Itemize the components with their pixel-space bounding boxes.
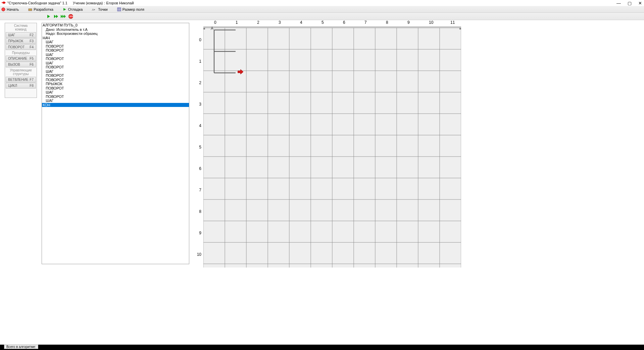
proc-button-вызов[interactable]: ВЫЗОВF6 [6, 62, 36, 67]
svg-point-0 [2, 8, 5, 11]
cmd-label: ВЕТВЛЕНИЕ [8, 78, 28, 81]
step-button[interactable] [53, 13, 59, 19]
svg-rect-1 [29, 9, 32, 11]
code-line[interactable]: ПОВОРОТ [42, 65, 189, 69]
cmd-label: ШАГ [8, 33, 15, 37]
struct-button-цикл[interactable]: ЦИКЛF8 [6, 83, 36, 89]
command-panel: Система команд ШАГF2ПРЫЖОКF3ПОВОРОТF4 Пр… [5, 23, 37, 98]
code-line[interactable]: АЛГОРИТМ ПУТЬ_0 [42, 23, 189, 27]
code-line[interactable]: ПОВОРОТ [42, 48, 189, 53]
code-line[interactable]: ШАГ [42, 61, 189, 65]
code-line[interactable]: ШАГ [42, 90, 189, 95]
play-button[interactable] [46, 13, 52, 19]
cp-header-structures: Управляющие структуры [5, 68, 37, 76]
col-label: 2 [257, 20, 259, 25]
status-label: Всего в алгоритме: [4, 345, 38, 349]
row-label: 1 [199, 59, 201, 64]
points-icon: A• [92, 7, 97, 11]
col-label: 5 [321, 20, 324, 25]
cmd-label: ЦИКЛ [8, 84, 17, 88]
cmd-key: F4 [30, 45, 34, 49]
menu-develop-label: Разработка [34, 7, 53, 11]
code-editor[interactable]: АЛГОРИТМ ПУТЬ_0 Дано: Исполнитель в т.А … [42, 23, 189, 264]
row-label: 9 [199, 231, 201, 235]
cmd-label: ПРЫЖОК [8, 39, 23, 43]
code-line[interactable]: Дано: Исполнитель в т.А [42, 27, 189, 32]
debug-icon [63, 7, 67, 11]
code-line[interactable]: ПРЫЖОК [42, 82, 189, 86]
code-line[interactable]: ШАГ [42, 53, 189, 57]
code-line[interactable]: ПОВОРОТ [42, 73, 189, 78]
cmd-key: F6 [30, 63, 34, 66]
grid-canvas[interactable]: А [203, 26, 472, 268]
code-line[interactable]: ПОВОРОТ [42, 86, 189, 91]
menu-debug[interactable]: Отладка [63, 7, 83, 11]
code-line[interactable]: ПОВОРОТ [42, 57, 189, 61]
svg-rect-6 [203, 26, 461, 28]
row-label: 6 [199, 166, 201, 171]
row-label: 4 [199, 123, 201, 128]
code-line[interactable]: ПОВОРОТ [42, 95, 189, 99]
col-label: 7 [364, 20, 367, 25]
menu-develop[interactable]: Разработка [28, 7, 53, 11]
col-label: 0 [214, 20, 216, 25]
row-label: 5 [199, 145, 201, 150]
cp-header-commands: Система команд [5, 23, 37, 32]
menu-field-size-label: Размер поля [122, 7, 144, 11]
col-label: 9 [407, 20, 410, 25]
field-panel: 01234567891011 012345678910 А [193, 20, 473, 268]
status-bar: Всего в алгоритме: [0, 345, 644, 350]
code-line[interactable]: ПОВОРОТ [42, 44, 189, 49]
menu-start[interactable]: Начать [1, 7, 19, 11]
cmd-button-шаг[interactable]: ШАГF2 [6, 32, 36, 38]
close-button[interactable]: ✕ [638, 1, 642, 6]
cmd-button-поворот[interactable]: ПОВОРОТF4 [6, 44, 36, 50]
cmd-key: F2 [30, 33, 34, 37]
develop-icon [28, 7, 32, 11]
row-label: 8 [199, 209, 201, 214]
code-line[interactable]: Надо: Воспроизвести образец [42, 32, 189, 36]
menu-field-size[interactable]: Размер поля [117, 7, 144, 11]
code-line[interactable]: НАЧ [42, 36, 189, 40]
col-label: 1 [236, 20, 238, 25]
cmd-key: F3 [30, 39, 34, 43]
app-title: "Стрелочка-Свободная задача" 1.1 [7, 1, 67, 5]
col-label: 10 [429, 20, 433, 25]
cmd-label: ПОВОРОТ [8, 45, 24, 49]
code-line[interactable]: КОН [42, 103, 189, 107]
struct-button-ветвление[interactable]: ВЕТВЛЕНИЕF7 [6, 77, 36, 82]
col-label: 3 [279, 20, 281, 25]
app-icon [1, 1, 6, 5]
row-label: 2 [199, 80, 201, 85]
minimize-button[interactable]: — [616, 1, 621, 6]
cmd-label: ВЫЗОВ [8, 63, 20, 66]
row-label: 10 [197, 252, 201, 257]
menu-start-label: Начать [7, 7, 19, 11]
code-line[interactable]: ШАГ [42, 69, 189, 74]
maximize-button[interactable]: ▢ [628, 1, 632, 6]
svg-text:STOP: STOP [69, 15, 73, 17]
cmd-button-прыжок[interactable]: ПРЫЖОКF3 [6, 38, 36, 44]
col-label: 4 [300, 20, 302, 25]
code-line[interactable]: ПОВОРОТ [42, 78, 189, 82]
stop-button[interactable]: STOP [68, 13, 74, 19]
col-label: 11 [450, 20, 455, 25]
code-line[interactable]: ШАГ [42, 99, 189, 103]
code-line[interactable]: ШАГ [42, 40, 189, 44]
svg-rect-3 [117, 8, 121, 11]
menu-debug-label: Отладка [68, 7, 83, 11]
title-bar: "Стрелочка-Свободная задача" 1.1 Ученик … [0, 0, 644, 6]
menu-points[interactable]: A• Точки [92, 7, 107, 11]
menu-bar: Начать Разработка Отладка A• Точки Разме… [0, 6, 644, 13]
menu-points-label: Точки [98, 7, 107, 11]
row-label: 3 [199, 102, 201, 107]
cmd-key: F5 [30, 57, 34, 60]
fast-forward-button[interactable] [60, 13, 66, 19]
col-label: 8 [386, 20, 388, 25]
row-label: 0 [199, 38, 201, 42]
student-label: Ученик (команда) : [73, 1, 105, 5]
student-name: Егоров Николай [106, 1, 134, 5]
svg-text:A•: A• [92, 8, 95, 11]
proc-button-описание[interactable]: ОПИСАНИЕF5 [6, 56, 36, 61]
row-label: 7 [199, 188, 201, 192]
